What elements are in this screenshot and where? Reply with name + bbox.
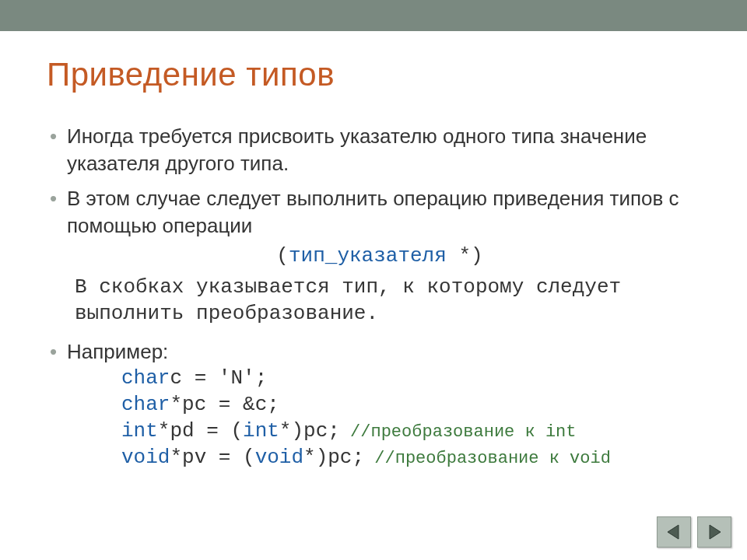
code-l4-mid: *pv = ( [170,446,254,469]
bullet-2-text: В этом случае следует выполнить операцию… [67,187,679,237]
code-l1-rest: c = 'N'; [170,366,267,390]
code-line-3: int*pd = (int*)pc; //преобразование к in… [121,418,693,445]
code-l4-rest: *)pc; [303,446,364,469]
svg-marker-0 [668,525,679,539]
code-line-4: void*pv = (void*)pc; //преобразование к … [121,445,693,471]
kw-char-2: char [121,393,170,416]
code-line-2: char*pc = &c; [121,392,693,418]
code-line-1: charc = 'N'; [121,366,693,392]
code-block: charc = 'N'; char*pc = &c; int*pd = (int… [67,366,693,471]
slide: Приведение типов Иногда требуется присво… [0,0,747,560]
bullet-3: Например: charc = 'N'; char*pc = &c; int… [47,338,693,471]
slide-body: Иногда требуется присвоить указателю одн… [47,123,693,478]
code-l3-rest: *)pc; [279,419,340,443]
navigation [657,516,731,548]
cast-note: В скобках указывается тип, к которому сл… [67,275,693,327]
paren-open: ( [276,244,289,268]
bullet-3-text: Например: [67,340,168,363]
next-button[interactable] [697,516,731,548]
arrow-left-icon [665,523,683,541]
bullet-2: В этом случае следует выполнить операцию… [47,185,693,327]
arrow-right-icon [705,523,724,541]
slide-title: Приведение типов [47,56,335,93]
kw-char-1: char [121,366,170,390]
cast-rest: *) [447,244,483,268]
prev-button[interactable] [657,516,691,548]
bullet-1-text: Иногда требуется присвоить указателю одн… [67,124,647,175]
code-l3-comment: //преобразование к int [340,422,577,442]
bullet-list: Иногда требуется присвоить указателю одн… [47,123,693,471]
svg-marker-1 [710,525,721,539]
top-bar [0,0,747,31]
kw-int-2: int [243,419,279,443]
cast-expression: (тип_указателя *) [67,243,693,270]
kw-int-1: int [121,419,158,443]
kw-void-2: void [255,446,303,469]
code-l4-comment: //преобразование к void [364,449,611,468]
cast-keyword: тип_указателя [289,244,447,268]
kw-void-1: void [121,446,170,469]
bullet-1: Иногда требуется присвоить указателю одн… [47,123,693,177]
code-l3-mid: *pd = ( [158,419,243,443]
code-l2-rest: *pc = &c; [170,393,279,416]
